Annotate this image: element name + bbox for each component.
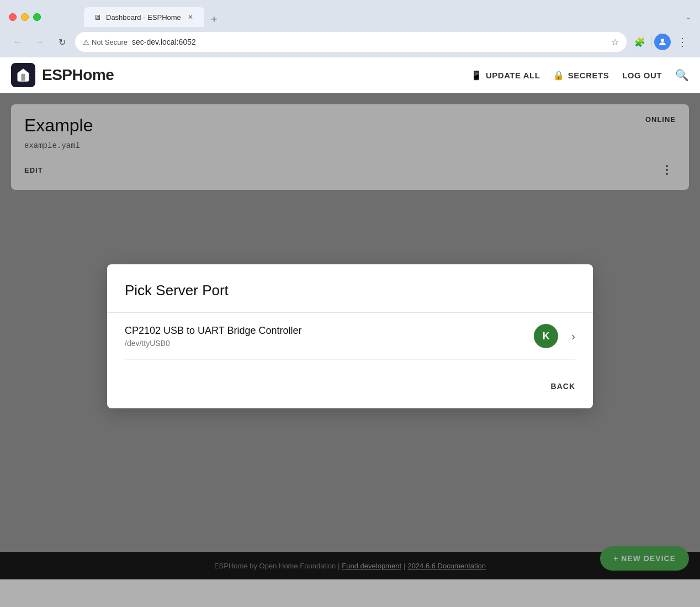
search-button[interactable]: 🔍 — [675, 68, 689, 82]
toolbar-right: 🧩 ⋮ — [631, 33, 691, 51]
browser-menu-button[interactable]: ⋮ — [674, 33, 691, 51]
tab-title: Dashboard - ESPHome — [106, 13, 181, 22]
app-content: ESPHome 📱 UPDATE ALL 🔒 SECRETS LOG OUT 🔍… — [0, 57, 700, 607]
tab-close-button[interactable]: ✕ — [185, 12, 195, 22]
secrets-label: SECRETS — [568, 71, 609, 80]
tab-bar: 🖥 Dashboard - ESPHome ✕ + — [75, 7, 231, 27]
new-tab-button[interactable]: + — [206, 12, 222, 27]
back-button[interactable]: ← — [9, 33, 26, 51]
pick-server-port-dialog: Pick Server Port CP2102 USB to UART Brid… — [107, 264, 593, 408]
port-avatar: K — [534, 324, 558, 348]
browser-chrome: 🖥 Dashboard - ESPHome ✕ + ⌄ ← → ↻ ⚠ Not … — [0, 0, 700, 57]
browser-titlebar: 🖥 Dashboard - ESPHome ✕ + ⌄ — [0, 0, 700, 29]
extensions-button[interactable]: 🧩 — [631, 33, 649, 51]
toolbar-divider — [651, 35, 651, 49]
app-nav: 📱 UPDATE ALL 🔒 SECRETS LOG OUT 🔍 — [471, 68, 689, 82]
modal-title: Pick Server Port — [125, 282, 575, 299]
minimize-window-button[interactable] — [21, 13, 29, 21]
tab-favicon: 🖥 — [93, 13, 102, 22]
app-logo: ESPHome — [11, 63, 114, 87]
not-secure-indicator: ⚠ Not Secure — [83, 38, 128, 46]
bookmark-icon[interactable]: ☆ — [611, 37, 619, 47]
back-button[interactable]: BACK — [551, 382, 575, 391]
reload-button[interactable]: ↻ — [53, 33, 71, 51]
address-url: sec-dev.local:6052 — [132, 38, 196, 46]
logo-icon — [11, 63, 35, 87]
browser-dropdown-button[interactable]: ⌄ — [686, 13, 691, 21]
port-path: /dev/ttyUSB0 — [125, 339, 534, 348]
user-avatar — [654, 34, 671, 50]
port-name: CP2102 USB to UART Bridge Controller — [125, 325, 534, 337]
address-bar-icons: ☆ — [611, 37, 619, 47]
warning-icon: ⚠ — [83, 38, 89, 46]
forward-button[interactable]: → — [31, 33, 49, 51]
svg-rect-2 — [22, 71, 25, 74]
main-content: ONLINE Example example.yaml EDIT Pick Se… — [0, 93, 700, 579]
update-all-button[interactable]: 📱 UPDATE ALL — [471, 70, 540, 81]
update-all-icon: 📱 — [471, 70, 482, 81]
secrets-button[interactable]: 🔒 SECRETS — [553, 70, 609, 81]
close-window-button[interactable] — [9, 13, 17, 21]
active-tab[interactable]: 🖥 Dashboard - ESPHome ✕ — [84, 7, 204, 27]
logout-button[interactable]: LOG OUT — [622, 71, 662, 80]
port-chevron-right-icon: › — [571, 330, 575, 343]
port-info: CP2102 USB to UART Bridge Controller /de… — [125, 325, 534, 348]
secrets-icon: 🔒 — [553, 70, 565, 81]
svg-point-0 — [661, 39, 664, 42]
modal-footer: BACK — [125, 369, 575, 391]
traffic-lights — [9, 13, 41, 21]
update-all-label: UPDATE ALL — [486, 71, 540, 80]
port-list-item[interactable]: CP2102 USB to UART Bridge Controller /de… — [125, 313, 575, 360]
not-secure-label: Not Secure — [92, 38, 128, 46]
maximize-window-button[interactable] — [33, 13, 41, 21]
modal-overlay: Pick Server Port CP2102 USB to UART Brid… — [0, 93, 700, 579]
address-bar[interactable]: ⚠ Not Secure sec-dev.local:6052 ☆ — [75, 32, 627, 52]
app-title: ESPHome — [42, 66, 114, 84]
svg-rect-1 — [22, 74, 25, 81]
profile-button[interactable] — [654, 33, 671, 51]
logout-label: LOG OUT — [622, 71, 662, 80]
app-header: ESPHome 📱 UPDATE ALL 🔒 SECRETS LOG OUT 🔍 — [0, 57, 700, 93]
browser-toolbar: ← → ↻ ⚠ Not Secure sec-dev.local:6052 ☆ … — [0, 29, 700, 57]
